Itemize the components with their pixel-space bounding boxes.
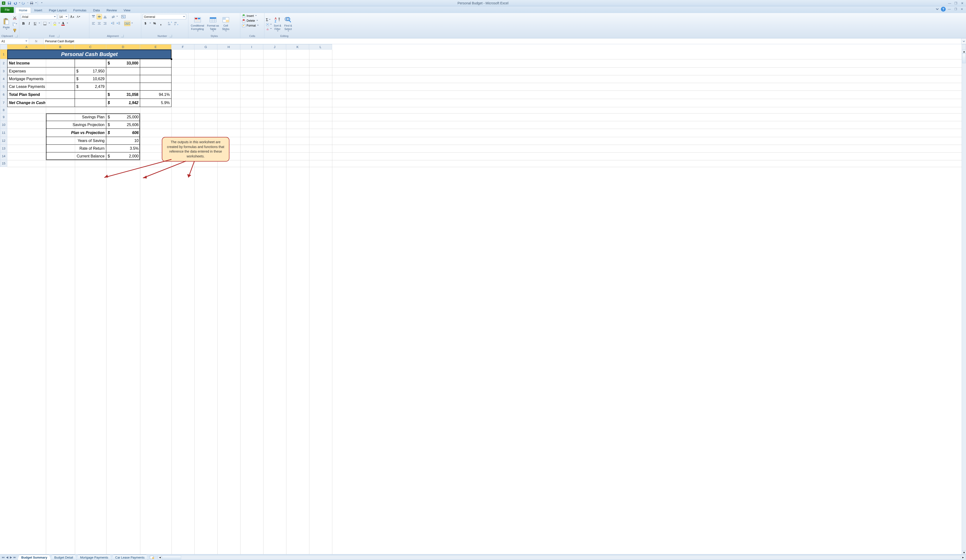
cell-C4[interactable]: $10,629 bbox=[75, 75, 106, 83]
cell-C2[interactable] bbox=[75, 59, 106, 67]
cell-C5[interactable]: $2,479 bbox=[75, 83, 106, 90]
row-header-14[interactable]: 14 bbox=[0, 153, 7, 160]
file-tab[interactable]: File bbox=[0, 7, 14, 13]
clear-button[interactable] bbox=[266, 27, 272, 31]
scroll-right-icon[interactable]: ▸ bbox=[961, 555, 965, 559]
row-header-6[interactable]: 6 bbox=[0, 90, 7, 99]
cell-C7[interactable] bbox=[75, 99, 106, 107]
cell-E7[interactable]: 5.9% bbox=[140, 99, 171, 107]
row-header-12[interactable]: 12 bbox=[0, 137, 7, 145]
orientation-dropdown-icon[interactable] bbox=[117, 16, 118, 17]
minimize-ribbon-icon[interactable] bbox=[935, 7, 940, 11]
border-icon[interactable] bbox=[42, 21, 48, 26]
select-all-corner[interactable] bbox=[0, 44, 7, 49]
name-box[interactable]: A1 bbox=[0, 38, 29, 44]
underline-dropdown-icon[interactable] bbox=[39, 23, 40, 24]
redo-dropdown-icon[interactable] bbox=[27, 2, 28, 4]
workbook-restore-icon[interactable]: ❐ bbox=[953, 7, 958, 11]
alignment-launcher-icon[interactable] bbox=[121, 35, 124, 37]
cell-C6[interactable] bbox=[75, 90, 106, 99]
tab-review[interactable]: Review bbox=[103, 8, 120, 13]
cell-D7[interactable]: $1,942 bbox=[106, 99, 140, 107]
cell-D3[interactable] bbox=[106, 67, 140, 75]
cell-styles-button[interactable]: Cell Styles bbox=[221, 15, 231, 32]
grow-font-icon[interactable]: A▲ bbox=[69, 14, 75, 19]
comma-format-icon[interactable]: , bbox=[158, 21, 164, 26]
clipboard-launcher-icon[interactable] bbox=[15, 35, 18, 37]
col-header-H[interactable]: H bbox=[217, 44, 240, 49]
col-header-D[interactable]: D bbox=[106, 44, 140, 49]
expand-formula-bar-icon[interactable] bbox=[961, 38, 966, 44]
sheet-body[interactable]: Personal Cash BudgetNet Income$33,000Exp… bbox=[7, 49, 962, 554]
cell-D2[interactable]: $33,000 bbox=[106, 59, 140, 67]
paste-button[interactable]: Paste bbox=[2, 17, 11, 31]
cell-A7[interactable]: Net Change in Cash bbox=[7, 99, 75, 107]
cell-BC13[interactable]: Rate of Return bbox=[46, 145, 106, 153]
cell-D9[interactable]: $25,000 bbox=[106, 113, 140, 121]
col-header-K[interactable]: K bbox=[286, 44, 309, 49]
fill-color-icon[interactable] bbox=[52, 21, 58, 26]
merge-center-icon[interactable]: a bbox=[124, 21, 130, 26]
close-icon[interactable]: ✕ bbox=[959, 2, 965, 5]
sheet-tab-budget-detail[interactable]: Budget Detail bbox=[51, 555, 77, 560]
tab-formulas[interactable]: Formulas bbox=[70, 8, 90, 13]
row-header-8[interactable]: 8 bbox=[0, 107, 7, 113]
restore-icon[interactable]: ❐ bbox=[953, 2, 959, 5]
col-header-F[interactable]: F bbox=[171, 44, 194, 49]
copy-icon[interactable] bbox=[12, 21, 17, 27]
merge-dropdown-icon[interactable] bbox=[131, 23, 133, 24]
col-header-E[interactable]: E bbox=[140, 44, 171, 49]
font-color-icon[interactable]: A bbox=[61, 21, 66, 26]
font-size-select[interactable]: 14 bbox=[58, 14, 69, 19]
col-header-G[interactable]: G bbox=[194, 44, 217, 49]
last-sheet-icon[interactable]: ⏭ bbox=[13, 556, 16, 559]
horizontal-scrollbar[interactable]: ◂ ▸ bbox=[158, 555, 965, 560]
quick-print-dropdown-icon[interactable] bbox=[35, 2, 37, 4]
accounting-dropdown-icon[interactable] bbox=[150, 23, 151, 24]
prev-sheet-icon[interactable]: ◀ bbox=[5, 556, 9, 559]
align-left-icon[interactable] bbox=[91, 21, 96, 26]
undo-icon[interactable] bbox=[13, 1, 18, 5]
cell-BC9[interactable]: Savings Plan bbox=[46, 113, 106, 121]
col-header-J[interactable]: J bbox=[263, 44, 286, 49]
scroll-left-icon[interactable]: ◂ bbox=[158, 555, 162, 559]
new-sheet-icon[interactable] bbox=[149, 555, 155, 560]
save-icon[interactable] bbox=[7, 1, 12, 5]
cell-BC12[interactable]: Years of Saving bbox=[46, 137, 106, 145]
cell-E2[interactable] bbox=[140, 59, 171, 67]
row-header-2[interactable]: 2 bbox=[0, 59, 7, 67]
row-header-9[interactable]: 9 bbox=[0, 113, 7, 121]
tab-data[interactable]: Data bbox=[90, 8, 103, 13]
row-header-4[interactable]: 4 bbox=[0, 75, 7, 83]
title-cell[interactable]: Personal Cash Budget bbox=[7, 49, 171, 59]
scroll-up-icon[interactable]: ▴ bbox=[962, 49, 966, 53]
cell-A4[interactable]: Mortgage Payments bbox=[7, 75, 75, 83]
cell-C3[interactable]: $17,950 bbox=[75, 67, 106, 75]
increase-decimal-icon[interactable]: .0.00 bbox=[168, 21, 172, 26]
next-sheet-icon[interactable]: ▶ bbox=[9, 556, 13, 559]
format-painter-icon[interactable] bbox=[12, 28, 17, 33]
font-color-dropdown-icon[interactable] bbox=[67, 23, 68, 24]
sort-filter-button[interactable]: AZ Sort & Filter bbox=[273, 15, 282, 32]
border-dropdown-icon[interactable] bbox=[49, 23, 50, 24]
minimize-icon[interactable]: — bbox=[947, 2, 953, 5]
align-top-icon[interactable] bbox=[91, 14, 96, 19]
cell-BC10[interactable]: Savings Projection bbox=[46, 121, 106, 129]
cell-D4[interactable] bbox=[106, 75, 140, 83]
row-header-15[interactable]: 15 bbox=[0, 160, 7, 167]
cell-A3[interactable]: Expenses bbox=[7, 67, 75, 75]
tab-insert[interactable]: Insert bbox=[31, 8, 46, 13]
cell-E3[interactable] bbox=[140, 67, 171, 75]
cell-E5[interactable] bbox=[140, 83, 171, 90]
tab-page-layout[interactable]: Page Layout bbox=[46, 8, 70, 13]
format-as-table-button[interactable]: Format as Table bbox=[206, 15, 220, 32]
autosum-button[interactable]: Σ bbox=[266, 18, 272, 22]
row-header-13[interactable]: 13 bbox=[0, 145, 7, 153]
cell-D13[interactable]: 3.5% bbox=[106, 145, 140, 153]
format-cells-button[interactable]: Format bbox=[242, 24, 263, 28]
row-header-1[interactable]: 1 bbox=[0, 49, 7, 59]
number-format-select[interactable]: General bbox=[143, 14, 186, 19]
font-name-select[interactable]: Arial bbox=[21, 14, 57, 19]
row-header-11[interactable]: 11 bbox=[0, 129, 7, 137]
col-header-B[interactable]: B bbox=[46, 44, 75, 49]
